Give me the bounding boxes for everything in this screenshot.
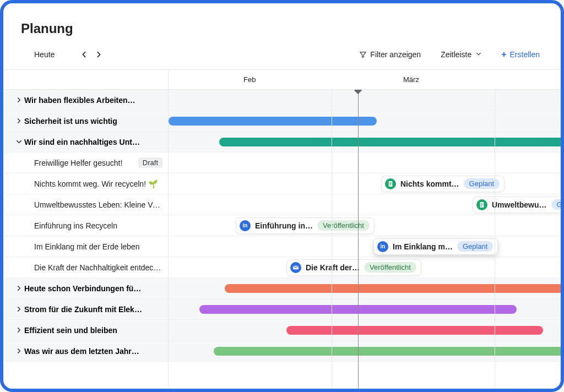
today-line	[358, 70, 359, 389]
card-title: Im Einklang m…	[393, 242, 453, 251]
content-card[interactable]: Die Kraft der…Veröffentlicht	[286, 259, 421, 276]
content-card[interactable]: Nichts kommt…Geplant	[381, 176, 505, 192]
row-label: Umweltbewusstes Leben: Kleine Ve…	[34, 200, 168, 209]
timeline-bar[interactable]	[225, 284, 561, 293]
row-label: Was wir aus dem letzten Jahr…	[24, 347, 168, 356]
svg-rect-2	[389, 182, 392, 183]
group-row[interactable]: Heute schon Verbindungen fü…	[3, 278, 168, 299]
toolbar: Heute Filter anzeigen Zeitleiste + Erste…	[3, 41, 561, 69]
month-separator	[495, 70, 495, 389]
right-column[interactable]: FebMärz Nichts kommt…GeplantUmweltbewu…G…	[169, 70, 561, 389]
row-label: Wir haben flexibles Arbeiten…	[24, 96, 168, 105]
timeline-row[interactable]: Umweltbewu…Ge	[169, 194, 561, 215]
status-badge: Veröffentlicht	[317, 220, 370, 231]
month-label: März	[403, 75, 419, 84]
create-button[interactable]: + Erstellen	[498, 47, 543, 62]
chevron-down-icon	[476, 51, 481, 58]
funnel-icon	[359, 51, 367, 58]
content-card[interactable]: inEinführung in…Veröffentlicht	[236, 217, 375, 234]
group-row[interactable]: Wir haben flexibles Arbeiten…	[3, 90, 168, 111]
timeline-row[interactable]: inEinführung in…Veröffentlicht	[169, 215, 561, 236]
timeline-bar[interactable]	[214, 347, 561, 356]
status-badge: Veröffentlicht	[364, 262, 416, 273]
chevron-right-icon[interactable]	[13, 327, 24, 333]
chevron-down-icon[interactable]	[13, 139, 24, 145]
item-row[interactable]: Umweltbewusstes Leben: Kleine Ve…	[3, 194, 168, 215]
date-nav	[79, 49, 104, 60]
card-title: Die Kraft der…	[306, 263, 360, 272]
timeline-row[interactable]	[169, 299, 561, 320]
timeline-row[interactable]	[169, 341, 561, 362]
svg-rect-4	[389, 184, 391, 185]
row-label: Einführung ins Recyceln	[34, 221, 168, 230]
content-card[interactable]: inIm Einklang m…Geplant	[373, 238, 498, 255]
timeline-row[interactable]: Die Kraft der…Veröffentlicht	[169, 257, 561, 278]
row-label: Die Kraft der Nachhaltigkeit entdeck…	[34, 263, 168, 272]
item-row[interactable]: Die Kraft der Nachhaltigkeit entdeck…	[3, 257, 168, 278]
timeline-row[interactable]: Nichts kommt…Geplant	[169, 173, 561, 194]
app-window: Planung Heute Filter anzeigen Zeitleiste	[0, 0, 564, 392]
group-row[interactable]: Was wir aus dem letzten Jahr…	[3, 341, 168, 362]
page-title: Planung	[21, 21, 543, 36]
filter-toggle[interactable]: Filter anzeigen	[356, 48, 424, 61]
status-badge: Geplant	[457, 241, 494, 252]
card-title: Einführung in…	[255, 221, 313, 230]
today-button[interactable]: Heute	[34, 50, 55, 59]
timeline-header: FebMärz	[169, 70, 561, 90]
row-label: Strom für die Zukunft mit Elek…	[24, 305, 168, 314]
mail-icon	[290, 262, 301, 273]
chevron-right-icon[interactable]	[13, 306, 24, 312]
svg-rect-9	[481, 205, 482, 206]
item-row[interactable]: Im Einklang mit der Erde leben	[3, 236, 168, 257]
chevron-right-icon[interactable]	[13, 285, 24, 291]
chevron-right-icon[interactable]	[13, 97, 24, 103]
card-title: Nichts kommt…	[400, 179, 459, 188]
chevron-right-icon[interactable]	[13, 348, 24, 354]
timeline-row[interactable]	[169, 320, 561, 341]
titlebar: Planung	[3, 3, 561, 41]
svg-rect-7	[481, 203, 483, 204]
left-column: Wir haben flexibles Arbeiten…Sicherheit …	[3, 70, 169, 389]
timeline-grid: Wir haben flexibles Arbeiten…Sicherheit …	[3, 69, 561, 389]
doc-green-icon	[385, 178, 396, 189]
plus-icon: +	[501, 50, 506, 59]
chevron-right-icon[interactable]	[13, 118, 24, 124]
draft-badge: Draft	[138, 157, 162, 168]
timeline-row[interactable]	[169, 132, 561, 153]
next-period-button[interactable]	[93, 49, 104, 60]
item-row[interactable]: Einführung ins Recyceln	[3, 215, 168, 236]
prev-period-button[interactable]	[79, 49, 90, 60]
timeline-bar[interactable]	[286, 326, 543, 335]
timeline-row[interactable]	[169, 90, 561, 111]
timeline-bar[interactable]	[169, 117, 377, 126]
item-row[interactable]: Nichts kommt weg. Wir recyceln! 🌱	[3, 173, 168, 194]
linkedin-icon: in	[377, 241, 388, 252]
timeline-row[interactable]	[169, 111, 561, 132]
row-label: Sicherheit ist uns wichtig	[24, 117, 168, 126]
row-label: Nichts kommt weg. Wir recyceln! 🌱	[34, 179, 168, 188]
row-list: Wir haben flexibles Arbeiten…Sicherheit …	[3, 90, 168, 362]
month-separator	[332, 70, 332, 389]
card-title: Umweltbewu…	[492, 200, 547, 209]
group-row[interactable]: Effizient sein und bleiben	[3, 320, 168, 341]
timeline-row[interactable]	[169, 278, 561, 299]
view-mode-select[interactable]: Zeitleiste	[437, 48, 485, 61]
svg-rect-3	[389, 183, 392, 184]
row-label: Heute schon Verbindungen fü…	[24, 284, 168, 293]
row-label: Effizient sein und bleiben	[24, 326, 168, 335]
item-row[interactable]: Freiwillige Helfer gesucht!Draft	[3, 153, 168, 173]
content-card[interactable]: Umweltbewu…Ge	[473, 197, 561, 213]
timeline-bar[interactable]	[219, 138, 561, 146]
month-label: Feb	[243, 75, 256, 84]
svg-rect-8	[481, 204, 483, 205]
timeline-row[interactable]	[169, 153, 561, 173]
doc-green-icon	[476, 199, 487, 210]
group-row[interactable]: Sicherheit ist uns wichtig	[3, 111, 168, 132]
timeline-row[interactable]: inIm Einklang m…Geplant	[169, 236, 561, 257]
row-label: Im Einklang mit der Erde leben	[34, 242, 168, 251]
svg-text:in: in	[243, 222, 248, 228]
group-row[interactable]: Strom für die Zukunft mit Elek…	[3, 299, 168, 320]
status-badge: Ge	[551, 199, 561, 210]
group-row[interactable]: Wir sind ein nachhaltiges Unt…	[3, 132, 168, 153]
left-header	[3, 70, 168, 90]
